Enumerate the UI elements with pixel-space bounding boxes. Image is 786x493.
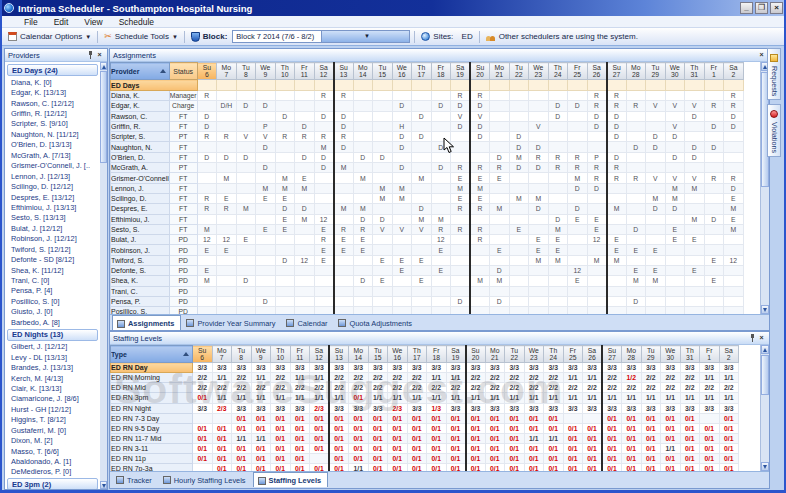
assignment-cell[interactable]: D <box>607 132 627 142</box>
day-column-header[interactable]: Fr11 <box>290 346 310 363</box>
assignment-cell[interactable]: M <box>275 183 295 193</box>
staffing-cell[interactable]: 0/1 <box>271 413 291 423</box>
assignment-cell[interactable] <box>626 193 646 203</box>
assignment-cell[interactable]: R <box>724 101 744 111</box>
staffing-cell[interactable]: 0/1 <box>661 433 681 443</box>
assignment-cell[interactable] <box>412 183 432 193</box>
group-row-cell[interactable] <box>314 80 334 91</box>
assignment-cell[interactable]: M <box>529 193 549 203</box>
staffing-type-cell[interactable]: ED RN Day <box>111 363 193 373</box>
assignment-cell[interactable] <box>626 91 646 101</box>
assignment-cell[interactable]: R <box>197 132 217 142</box>
assignment-cell[interactable] <box>665 214 685 224</box>
assignment-cell[interactable]: M <box>334 163 354 173</box>
provider-group-header[interactable]: ED 3pm (2) <box>7 478 98 489</box>
provider-list-item[interactable]: Barbedo, A. [8] <box>5 317 100 327</box>
assignment-cell[interactable]: R <box>568 152 588 162</box>
assignment-cell[interactable]: E <box>334 235 354 245</box>
assignment-cell[interactable]: E <box>451 173 471 183</box>
provider-list-item[interactable]: Pensa, P. [4] <box>5 286 100 296</box>
assignment-cell[interactable] <box>548 307 568 314</box>
day-column-header[interactable]: Sa2 <box>719 346 739 363</box>
assignment-cell[interactable] <box>295 296 315 306</box>
assignment-cell[interactable] <box>568 286 588 296</box>
assignment-cell[interactable] <box>197 173 217 183</box>
assignment-cell[interactable]: E <box>236 235 256 245</box>
assignment-cell[interactable]: 12 <box>431 235 451 245</box>
assignment-cell[interactable] <box>412 152 432 162</box>
assignment-cell[interactable] <box>236 245 256 255</box>
staffing-cell[interactable]: 3/3 <box>349 363 369 373</box>
assignment-cell[interactable] <box>607 224 627 234</box>
assignment-cell[interactable]: D <box>509 132 529 142</box>
assignment-cell[interactable] <box>529 91 549 101</box>
staffing-cell[interactable]: 2/2 <box>446 383 466 393</box>
tab-calendar[interactable]: Calendar <box>282 315 333 330</box>
provider-name-cell[interactable]: Shea, K. <box>111 276 170 286</box>
staffing-cell[interactable]: 0/1 <box>505 444 525 454</box>
assignment-cell[interactable]: D <box>197 111 217 121</box>
assignment-cell[interactable] <box>685 286 705 296</box>
provider-status-cell[interactable]: FT <box>169 183 197 193</box>
assignment-cell[interactable]: D <box>626 142 646 152</box>
assignment-cell[interactable] <box>724 266 744 276</box>
assignment-cell[interactable]: M <box>392 183 412 193</box>
assignment-cell[interactable]: M <box>509 193 529 203</box>
assignment-cell[interactable] <box>217 224 237 234</box>
day-column-header[interactable]: Su6 <box>193 346 213 363</box>
provider-list-item[interactable]: DeMedieros, P. [0] <box>5 467 100 477</box>
assignment-cell[interactable]: R <box>470 204 490 214</box>
assignment-cell[interactable]: 12 <box>587 235 607 245</box>
assignment-cell[interactable] <box>548 132 568 142</box>
staffing-cell[interactable]: 3/3 <box>368 363 388 373</box>
day-column-header[interactable]: Mo14 <box>353 63 373 80</box>
tab-staffing-levels[interactable]: Staffing Levels <box>253 472 329 487</box>
staffing-cell[interactable]: 1/1 <box>680 393 700 403</box>
calendar-options-button[interactable]: Calendar Options▼ <box>6 32 93 41</box>
staffing-cell[interactable]: 0/1 <box>700 444 720 454</box>
assignment-cell[interactable] <box>392 245 412 255</box>
assignment-cell[interactable] <box>373 296 393 306</box>
assignment-cell[interactable] <box>334 296 354 306</box>
assignment-cell[interactable] <box>314 276 334 286</box>
provider-list-item[interactable]: Masso, T. [6/6] <box>5 446 100 456</box>
assignment-cell[interactable] <box>412 163 432 173</box>
staffing-cell[interactable]: 0/1 <box>212 444 232 454</box>
assignment-cell[interactable]: 12 <box>314 214 334 224</box>
assignment-cell[interactable] <box>470 245 490 255</box>
assignment-cell[interactable]: D <box>685 152 705 162</box>
assignment-cell[interactable] <box>490 132 510 142</box>
provider-name-cell[interactable]: Rawson, C. <box>111 111 170 121</box>
assignment-cell[interactable] <box>490 235 510 245</box>
assignment-cell[interactable]: M <box>548 255 568 265</box>
assignment-cell[interactable]: E <box>568 276 588 286</box>
assignment-cell[interactable] <box>568 307 588 314</box>
assignment-cell[interactable] <box>412 266 432 276</box>
assignment-cell[interactable]: M <box>685 214 705 224</box>
assignment-cell[interactable]: D <box>314 111 334 121</box>
assignment-cell[interactable]: D <box>197 121 217 131</box>
assignment-cell[interactable] <box>217 142 237 152</box>
staffing-cell[interactable]: 0/1 <box>290 464 310 471</box>
assignment-cell[interactable] <box>490 193 510 203</box>
assignment-cell[interactable]: E <box>529 245 549 255</box>
staffing-cell[interactable]: 1/1 <box>329 393 349 403</box>
assignment-cell[interactable] <box>236 163 256 173</box>
provider-list-item[interactable]: Diana, K. [0] <box>5 77 100 87</box>
provider-list-item[interactable]: Edgar, K. [13/13] <box>5 87 100 97</box>
assignment-cell[interactable]: R <box>451 224 471 234</box>
staffing-cell[interactable]: 3/3 <box>622 403 642 413</box>
assignment-cell[interactable] <box>275 307 295 314</box>
day-column-header[interactable]: We16 <box>392 63 412 80</box>
staffing-cell[interactable]: 3/3 <box>466 363 486 373</box>
provider-list-item[interactable]: Twiford, S. [12/12] <box>5 244 100 254</box>
provider-status-cell[interactable]: PD <box>169 255 197 265</box>
staffing-cell[interactable]: 0/1 <box>563 423 583 433</box>
staffing-cell[interactable]: 0/1 <box>407 423 427 433</box>
staffing-cell[interactable]: 1/1 <box>505 393 525 403</box>
assignment-cell[interactable]: D <box>490 296 510 306</box>
staffing-cell[interactable]: 1/1 <box>212 393 232 403</box>
assignment-cell[interactable]: V <box>529 121 549 131</box>
staffing-cell[interactable]: 0/1 <box>466 464 486 471</box>
assignment-cell[interactable] <box>724 296 744 306</box>
